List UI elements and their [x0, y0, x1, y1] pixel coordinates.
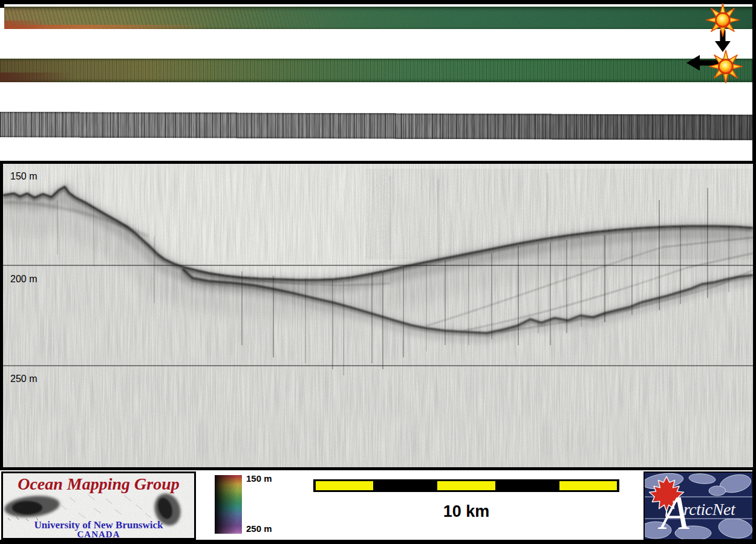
- sidescan-streak-overlay: [0, 112, 752, 140]
- swath-grain-overlay: [0, 59, 752, 82]
- scalebar-segment: [559, 481, 617, 490]
- survey-direction-markers: [662, 0, 754, 109]
- colorbar-label-bottom: 250 m: [246, 523, 272, 534]
- scalebar-segment: [316, 481, 373, 490]
- scalebar-segment: [495, 481, 559, 490]
- survey-figure: 150 m 200 m 250 m Ocea: [0, 0, 756, 544]
- arctic-map-art: A rcticNet: [645, 473, 752, 539]
- sun-marker-start-icon: [706, 4, 739, 36]
- seismic-profile-plot: 150 m 200 m 250 m: [3, 164, 753, 467]
- seismic-profile-rendering: 150 m 200 m 250 m: [3, 164, 753, 467]
- sidescan-strip: [0, 112, 752, 140]
- map-scalebar: [313, 479, 619, 492]
- scalebar-label: 10 km: [313, 502, 619, 521]
- arcticnet-wordmark-rest: rcticNet: [683, 500, 736, 519]
- colorbar-label-top: 150 m: [246, 473, 272, 484]
- swath-strip-upper: [4, 7, 752, 29]
- frame-left-notch: [0, 0, 4, 8]
- scalebar-segment: [437, 481, 495, 490]
- omg-country: CANADA: [3, 529, 194, 540]
- omg-logo: Ocean Mapping Group University of New Br…: [1, 471, 196, 540]
- sun-marker-turn-icon: [709, 50, 742, 83]
- colorbar-dither-overlay: [215, 475, 242, 534]
- depth-colorbar: [215, 475, 242, 534]
- swath-strip-lower: [0, 59, 752, 82]
- depth-label-250: 250 m: [10, 374, 37, 384]
- depth-label-150: 150 m: [10, 171, 37, 181]
- seismic-profile-panel: 150 m 200 m 250 m: [0, 161, 756, 470]
- depth-label-200: 200 m: [10, 274, 37, 284]
- arcticnet-logo: A rcticNet: [644, 471, 754, 540]
- frame-bottom-border: [0, 540, 756, 544]
- frame-top-border: [0, 0, 756, 4]
- scalebar-segment: [373, 481, 437, 490]
- omg-title: Ocean Mapping Group: [3, 474, 194, 494]
- swath-grain-overlay: [4, 7, 752, 29]
